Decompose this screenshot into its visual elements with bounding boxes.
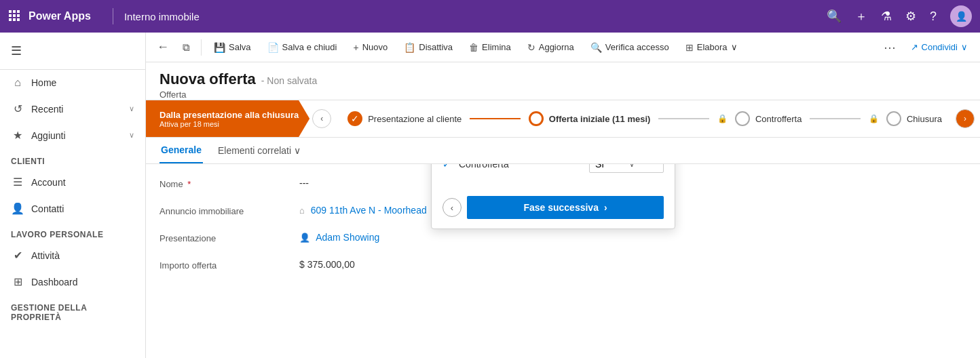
page-not-saved: - Non salvata (261, 75, 317, 86)
popup-next-button[interactable]: Fase successiva › (467, 196, 664, 219)
stage-item-chiusura[interactable]: 🔒 Chiusura (861, 111, 950, 126)
sidebar-item-account[interactable]: ☰ Account (0, 169, 145, 195)
popup-footer: ‹ Fase successiva › (432, 191, 675, 228)
search-icon[interactable]: 🔍 (827, 9, 842, 24)
nuovo-button[interactable]: + Nuovo (346, 38, 394, 57)
back-button[interactable]: ← (151, 36, 174, 58)
popup-body: ✓ Autore modifica Sì ✓ Controfferta Sì ∨ (432, 164, 675, 191)
disattiva-button[interactable]: 📋 Disattiva (397, 38, 459, 57)
avatar[interactable]: 👤 (950, 5, 972, 27)
field-label-importo: Importo offerta (159, 256, 295, 271)
tabs: Generale Elementi correlati ∨ (146, 138, 980, 164)
sidebar-item-contatti[interactable]: 👤 Contatti (0, 195, 145, 222)
more-icon[interactable]: ⋯ (878, 36, 901, 59)
aggiorna-button[interactable]: ↻ Aggiorna (521, 38, 581, 57)
sidebar-section-gestione: Gestione della proprietà (0, 295, 145, 325)
stage-circle: ✓ (347, 111, 362, 126)
stage-circle (529, 111, 544, 126)
field-label-annuncio: Annuncio immobiliare (159, 202, 295, 216)
stage-label: Chiusura (907, 114, 942, 124)
help-icon[interactable]: ? (930, 9, 937, 24)
filter-icon[interactable]: ⚗ (881, 9, 892, 24)
field-value-importo[interactable]: $ 375.000,00 (295, 256, 966, 273)
active-stage-sub: Attiva per 18 mesi (159, 120, 299, 128)
sidebar-item-label: Home (31, 77, 56, 88)
arrow-right-icon: › (604, 202, 607, 213)
popup-field-label: Controfferta (459, 164, 584, 170)
elimina-button[interactable]: 🗑 Elimina (462, 38, 518, 57)
tab-elementi-correlati[interactable]: Elementi correlati ∨ (216, 138, 302, 163)
svg-rect-1 (13, 10, 16, 13)
top-nav: Power Apps Interno immobile 🔍 ＋ ⚗ ⚙ ? 👤 (0, 0, 980, 33)
sidebar-item-label: Dashboard (31, 277, 78, 287)
chevron-down-icon: ∨ (294, 145, 301, 156)
sidebar-item-recenti[interactable]: ↺ Recenti ∨ (0, 96, 145, 122)
svg-rect-5 (17, 14, 20, 17)
page-header: Nuova offerta - Non salvata Offerta (146, 62, 980, 100)
sidebar-item-aggiunti[interactable]: ★ Aggiunti ∨ (0, 122, 145, 148)
expand-icon[interactable]: ⧉ (177, 37, 195, 58)
field-label-nome: Nome * (159, 175, 295, 189)
sidebar-item-label: Recenti (31, 104, 63, 115)
process-next-button[interactable]: › (956, 109, 975, 128)
salva-chiudi-button[interactable]: 📄 Salva e chiudi (261, 38, 344, 57)
account-icon: ☰ (11, 176, 24, 188)
stage-item-controfferta[interactable]: 🔒 Controfferta (709, 111, 810, 126)
sidebar-item-label: Aggiunti (31, 130, 66, 141)
svg-rect-4 (13, 14, 16, 17)
contatti-icon: 👤 (11, 202, 24, 215)
lock-icon: 🔒 (869, 114, 879, 123)
dropdown-value: Sì (595, 164, 624, 170)
page-entity: Offerta (159, 90, 966, 100)
popup-dropdown[interactable]: Sì ∨ (589, 164, 664, 173)
sidebar-item-label: Contatti (31, 203, 64, 214)
form-row-presentazione: Presentazione 👤 Adam Showing (159, 229, 966, 245)
trash-icon: 🗑 (469, 42, 478, 53)
app-title: Interno immobile (124, 11, 200, 22)
sidebar-toggle[interactable]: ☰ (8, 38, 137, 64)
stage-item-presentazione[interactable]: ✓ Presentazione al cliente (339, 111, 470, 126)
property-icon: ⌂ (299, 205, 305, 216)
add-icon[interactable]: ＋ (855, 8, 867, 24)
stage-item-offerta[interactable]: Offerta iniziale (11 mesi) (521, 111, 659, 126)
stage-label: Presentazione al cliente (368, 114, 461, 124)
elabora-icon: ⊞ (685, 42, 694, 53)
sidebar-item-dashboard[interactable]: ⊞ Dashboard (0, 268, 145, 295)
elabora-button[interactable]: ⊞ Elabora ∨ (679, 38, 745, 57)
save-icon: 💾 (214, 42, 225, 53)
sidebar-section-clienti: Clienti (0, 148, 145, 169)
popup-row-controfferta: ✓ Controfferta Sì ∨ (442, 164, 664, 173)
chevron-down-icon: ∨ (731, 42, 738, 52)
active-stage[interactable]: Dalla presentazione alla chiusura Attiva… (146, 100, 309, 137)
popup-prev-button[interactable]: ‹ (442, 198, 461, 217)
tab-generale[interactable]: Generale (159, 138, 203, 163)
lock-icon: 🔒 (717, 114, 728, 123)
field-label-presentazione: Presentazione (159, 229, 295, 243)
process-prev-button[interactable]: ‹ (312, 109, 331, 128)
chevron-down-icon: ∨ (961, 42, 968, 52)
process-stages: ✓ Presentazione al cliente Offerta inizi… (334, 111, 956, 126)
field-value-presentazione[interactable]: 👤 Adam Showing (295, 229, 966, 245)
sidebar-item-home[interactable]: ⌂ Home (0, 70, 145, 96)
settings-icon[interactable]: ⚙ (905, 9, 916, 24)
app-name: Power Apps (29, 10, 91, 22)
svg-rect-2 (17, 10, 20, 13)
verifica-button[interactable]: 🔍 Verifica accesso (584, 38, 676, 57)
grid-icon[interactable] (8, 9, 20, 24)
main-layout: ☰ ⌂ Home ↺ Recenti ∨ ★ Aggiunti ∨ Client… (0, 33, 980, 358)
share-icon: ↗ (911, 42, 918, 52)
stage-circle (735, 111, 750, 126)
share-button[interactable]: ↗ Condividi ∨ (904, 38, 975, 56)
stage-circle (886, 111, 901, 126)
chevron-down-icon: ∨ (629, 164, 658, 169)
svg-rect-6 (9, 18, 12, 21)
page-title: Nuova offerta (159, 71, 256, 88)
process-bar: Dalla presentazione alla chiusura Attiva… (146, 100, 980, 138)
chevron-down-icon: ∨ (129, 104, 134, 113)
attivita-icon: ✔ (11, 249, 24, 262)
sidebar-item-attivita[interactable]: ✔ Attività (0, 242, 145, 268)
command-bar: ← ⧉ 💾 Salva 📄 Salva e chiudi + Nuovo 📋 D… (146, 33, 980, 62)
sidebar: ☰ ⌂ Home ↺ Recenti ∨ ★ Aggiunti ∨ Client… (0, 33, 146, 358)
salva-button[interactable]: 💾 Salva (207, 38, 258, 57)
sidebar-item-label: Account (31, 177, 66, 188)
